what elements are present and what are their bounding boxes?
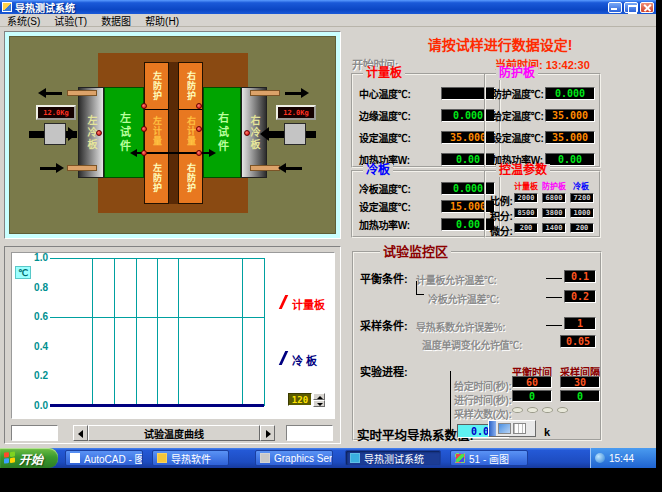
right-edit-box[interactable] [286,425,333,441]
set-temp-field[interactable]: 35.000 [545,131,595,144]
language-bar[interactable] [488,420,536,437]
pid-field[interactable]: 1000 [570,208,594,218]
task-graphics-server[interactable]: Graphics Server [255,450,333,466]
right-guard-top-label: 右防护 [186,71,195,101]
progress-row-label: 进行时间(秒): [454,392,512,407]
left-edit-box[interactable] [11,425,58,441]
spin-up-button[interactable] [313,393,325,400]
minimize-button[interactable] [608,2,622,13]
pid-params-group: 控温参数 计量板 防护板 冷板 比例: 2000 6800 7200 积分: 8… [484,170,601,238]
pipe [67,90,97,96]
sensor-dot [244,130,250,136]
legend-cold: 冷 板 [292,352,317,368]
pipe [250,90,280,96]
flow-arrow [46,92,62,95]
pid-field[interactable]: 3800 [542,208,566,218]
left-guard-bottom: 左防护 [145,153,168,203]
v-gridline [178,258,179,406]
left-guard-top: 左防护 [145,63,168,110]
task-autocad[interactable]: AutoCAD - 图1 [65,450,143,466]
right-meter-label: 右计量 [186,116,195,146]
cold-group-title: 冷板 [363,164,393,177]
paint-icon [455,453,465,463]
field-label: 设定温度℃: [492,130,544,145]
pid-col-metering: 计量板 [514,180,538,191]
pid-field[interactable]: 2000 [514,193,538,203]
apparatus-panel: 左防护 左计量 左防护 右防护 右计量 右防护 左试件 右试件 左冷板 右冷板 [4,31,341,239]
keyboard-icon[interactable] [513,423,526,434]
task-label: 导热软件 [171,451,211,466]
connector-line [416,281,417,294]
v-gridline [242,258,243,406]
tray-volume-icon[interactable] [595,453,605,463]
error-tolerance-field[interactable]: 1 [564,317,596,330]
left-flow-value: 12.0Kg [43,109,68,117]
connector-line [546,278,562,279]
balance-tolerance-field[interactable]: 0.1 [564,270,596,283]
left-guard-bottom-label: 左防护 [152,163,161,193]
given-interval-field[interactable]: 30 [560,376,600,388]
scroll-left-button[interactable] [73,425,88,441]
realtime-unit: k [544,426,550,438]
arrow-left-icon [260,127,269,141]
pid-field[interactable]: 200 [514,223,538,233]
cold-plate-group: 冷板 冷板温度℃:0.000 设定温度℃:15.000 加热功率W:0.00 [351,170,501,238]
flow-arrow [40,167,56,170]
pid-field[interactable]: 200 [570,223,594,233]
language-icon[interactable] [498,423,511,434]
left-meter-section: 左计量 [145,110,168,154]
given-balance-time-field[interactable]: 60 [512,376,552,388]
x-window-value[interactable]: 120 [288,393,312,406]
connector-line [546,297,562,298]
cond-label: 温度单调变化允许值℃: [422,337,522,352]
chart-scrollbar[interactable]: 试验温度曲线 [73,425,275,441]
scrollbar-thumb[interactable]: 试验温度曲线 [88,425,260,441]
elapsed-balance-time: 0 [512,390,552,402]
scroll-right-button[interactable] [260,425,275,441]
desktop: 导热测试系统 系统(S) 试验(T) 数据图 帮助(H) 左防护 左计量 左防护… [0,0,662,492]
monitor-icon [350,453,360,463]
sensor-dot [141,150,147,156]
left-meter-label: 左计量 [152,116,161,146]
flow-arrow [286,167,302,170]
task-folder[interactable]: 导热软件 [152,450,229,466]
unit-badge: ℃ [15,266,31,279]
right-guard-bottom-label: 右防护 [186,163,195,193]
monotonic-tolerance-field[interactable]: 0.05 [560,335,596,348]
start-button[interactable]: 开始 [0,448,58,468]
spin-down-button[interactable] [313,400,325,407]
pid-field[interactable]: 8500 [514,208,538,218]
pid-col-cold: 冷板 [573,180,589,191]
menu-datachart[interactable]: 数据图 [94,13,138,28]
left-pump [44,123,66,145]
sample-count-indicator [542,407,553,413]
field-label: 设定温度℃: [359,130,411,145]
connector-line [546,325,562,326]
cold-tolerance-field[interactable]: 0.2 [564,290,596,303]
divider-line [450,371,451,433]
menu-test[interactable]: 试验(T) [47,13,94,28]
task-label: Graphics Server [274,453,333,464]
pid-row-label: 微分: [490,223,512,238]
menu-help[interactable]: 帮助(H) [138,13,186,28]
heat-power-display: 0.00 [545,153,595,166]
drag-handle[interactable] [489,421,496,436]
pid-field[interactable]: 6800 [542,193,566,203]
task-thermal-system[interactable]: 导热测试系统 [345,450,441,466]
progress-row-label: 采样次数(次): [454,406,512,421]
close-button[interactable] [640,2,654,13]
tray-clock: 15:44 [609,453,634,464]
left-cold-plate-label: 左冷板 [86,115,96,151]
start-label: 开始 [19,450,43,467]
progress-row-label: 给定时间(秒): [454,378,512,393]
maximize-button[interactable] [624,2,638,13]
pid-field[interactable]: 7200 [570,193,594,203]
system-tray: 15:44 [590,448,656,468]
pid-field[interactable]: 1400 [542,223,566,233]
guard-temp-display: 0.000 [545,87,595,100]
task-label: 导热测试系统 [364,451,424,466]
menu-system[interactable]: 系统(S) [0,13,47,28]
sensor-dot [141,103,147,109]
y-tick: 0.0 [24,400,48,411]
task-paint[interactable]: 51 - 画图 [450,450,528,466]
